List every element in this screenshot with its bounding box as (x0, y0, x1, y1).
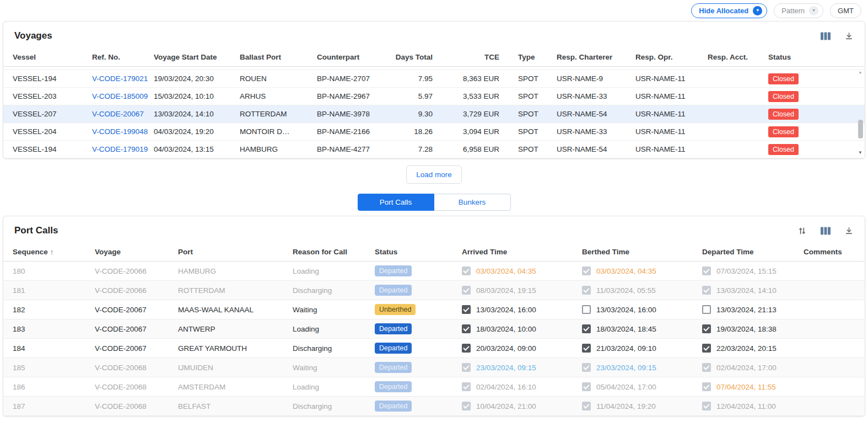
departed-checkbox[interactable] (702, 382, 711, 391)
col-status[interactable]: Status (369, 243, 456, 262)
vertical-scrollbar[interactable]: ▲ ▼ (857, 69, 864, 156)
departed-checkbox[interactable] (702, 286, 711, 295)
berthed-checkbox[interactable] (582, 344, 591, 353)
col-voyage[interactable]: Voyage (89, 243, 172, 262)
cell-arrived: 23/03/2024, 09:15 (456, 358, 576, 377)
scrollbar-thumb[interactable] (858, 120, 863, 138)
col-tce[interactable]: TCE (438, 48, 513, 67)
port-call-row[interactable]: 184 V-CODE-20067 GREAT YARMOUTH Discharg… (3, 339, 865, 358)
col-arrived-time[interactable]: Arrived Time (456, 243, 576, 262)
voyages-panel: Voyages Vessel Ref. No. Voyage Start Dat… (3, 21, 865, 159)
pattern-button[interactable]: Pattern ▾ (774, 3, 823, 18)
sort-icon[interactable] (797, 226, 807, 236)
voyage-row[interactable]: VESSEL-204 V-CODE-199048 04/03/2024, 19:… (3, 123, 865, 141)
port-call-row[interactable]: 181 V-CODE-20066 ROTTERDAM Discharging D… (3, 281, 865, 300)
port-call-row[interactable]: 187 V-CODE-20068 BELFAST Discharging Dep… (3, 397, 865, 416)
tab-port-calls[interactable]: Port Calls (358, 194, 434, 211)
berthed-checkbox[interactable] (582, 266, 591, 275)
arrived-checkbox[interactable] (462, 344, 471, 353)
sort-asc-icon[interactable]: ↑ (50, 248, 54, 256)
voyage-row[interactable]: VESSEL-194 V-CODE-179021 19/03/2024, 20:… (3, 70, 865, 88)
berthed-checkbox[interactable] (582, 324, 591, 333)
cell-status: Unberthed (369, 300, 456, 319)
arrived-time: 20/03/2024, 09:00 (476, 344, 536, 353)
cell-vessel: VESSEL-203 (3, 88, 87, 105)
departed-checkbox[interactable] (702, 363, 711, 372)
berthed-checkbox[interactable] (582, 402, 591, 410)
col-resp-opr[interactable]: Resp. Opr. (630, 48, 702, 67)
voyage-ref-link[interactable]: V-CODE-179019 (92, 145, 148, 153)
voyage-row-selected[interactable]: VESSEL-207 V-CODE-20067 13/03/2024, 14:1… (3, 105, 865, 123)
berthed-checkbox[interactable] (582, 363, 591, 372)
departed-checkbox[interactable] (702, 305, 711, 314)
col-voyage-start-date[interactable]: Voyage Start Date (148, 48, 234, 67)
col-vessel[interactable]: Vessel (3, 48, 87, 67)
cell-resp-opr: USR-NAME-11 (630, 88, 702, 105)
cell-ref: V-CODE-20067 (87, 105, 148, 123)
voyage-ref-link[interactable]: V-CODE-185009 (92, 92, 148, 100)
voyage-row[interactable]: VESSEL-194 V-CODE-179019 04/03/2024, 13:… (3, 141, 865, 158)
col-type[interactable]: Type (513, 48, 551, 67)
col-counterpart[interactable]: Counterpart (311, 48, 386, 67)
columns-icon[interactable] (820, 31, 831, 41)
berthed-time: 18/03/2024, 18:45 (596, 325, 656, 333)
departed-checkbox[interactable] (702, 324, 711, 333)
cell-port: BELFAST (172, 397, 287, 416)
hide-allocated-button[interactable]: Hide Allocated ▾ (691, 3, 767, 18)
port-call-row[interactable]: 180 V-CODE-20066 HAMBURG Loading Departe… (3, 262, 865, 281)
col-ref-no[interactable]: Ref. No. (87, 48, 148, 67)
tab-bunkers[interactable]: Bunkers (434, 194, 511, 211)
voyage-ref-link[interactable]: V-CODE-20067 (92, 110, 144, 118)
berthed-time: 05/04/2024, 17:00 (596, 383, 656, 391)
load-more-button[interactable]: Load more (406, 166, 462, 184)
cell-days-total: 9.30 (386, 105, 438, 123)
port-call-row[interactable]: 183 V-CODE-20067 ANTWERP Loading Departe… (3, 319, 865, 339)
col-status[interactable]: Status (763, 48, 865, 67)
col-days-total[interactable]: Days Total (386, 48, 438, 67)
berthed-checkbox[interactable] (582, 305, 591, 314)
arrived-checkbox[interactable] (462, 286, 471, 295)
arrived-checkbox[interactable] (462, 382, 471, 391)
col-resp-acct[interactable]: Resp. Acct. (702, 48, 763, 67)
voyage-row[interactable]: VESSEL-203 V-CODE-185009 15/03/2024, 10:… (3, 88, 865, 105)
download-icon[interactable] (844, 31, 854, 41)
scroll-up-icon[interactable]: ▲ (857, 70, 864, 74)
cell-ballast-port: ROUEN (234, 70, 311, 88)
col-ballast-port[interactable]: Ballast Port (234, 48, 311, 67)
arrived-checkbox[interactable] (462, 363, 471, 372)
berthed-checkbox[interactable] (582, 382, 591, 391)
port-call-row[interactable]: 182 V-CODE-20067 MAAS-WAAL KANAAL Waitin… (3, 300, 865, 319)
port-call-row[interactable]: 186 V-CODE-20068 AMSTERDAM Loading Depar… (3, 377, 865, 397)
departed-checkbox[interactable] (702, 402, 711, 410)
columns-icon[interactable] (820, 226, 831, 236)
voyage-ref-link[interactable]: V-CODE-199048 (92, 127, 148, 136)
chevron-down-icon: ▾ (809, 6, 818, 15)
col-reason-for-call[interactable]: Reason for Call (287, 243, 369, 262)
departed-checkbox[interactable] (702, 266, 711, 275)
arrived-checkbox[interactable] (462, 266, 471, 275)
port-calls-table: Sequence↑ Voyage Port Reason for Call St… (3, 243, 865, 416)
arrived-checkbox[interactable] (462, 402, 471, 410)
port-call-row[interactable]: 185 V-CODE-20068 IJMUIDEN Waiting Depart… (3, 358, 865, 377)
arrived-checkbox[interactable] (462, 305, 471, 314)
gmt-button[interactable]: GMT (830, 3, 861, 18)
cell-resp-opr: USR-NAME-11 (630, 70, 702, 88)
cell-arrived: 10/04/2024, 21:00 (456, 397, 576, 416)
col-port[interactable]: Port (172, 243, 287, 262)
col-resp-charterer[interactable]: Resp. Charterer (551, 48, 630, 67)
col-sequence[interactable]: Sequence↑ (3, 243, 89, 262)
col-departed-time[interactable]: Departed Time (697, 243, 798, 262)
scroll-down-icon[interactable]: ▼ (857, 151, 864, 155)
arrived-checkbox[interactable] (462, 324, 471, 333)
col-berthed-time[interactable]: Berthed Time (576, 243, 697, 262)
voyage-ref-link[interactable]: V-CODE-179021 (92, 74, 148, 83)
col-comments[interactable]: Comments (798, 243, 865, 262)
departed-checkbox[interactable] (702, 344, 711, 353)
departed-time: 02/04/2024, 17:00 (716, 364, 777, 372)
download-icon[interactable] (844, 226, 854, 236)
berthed-checkbox[interactable] (582, 286, 591, 295)
cell-status: Closed (763, 141, 865, 158)
cell-tce: 6,958 EUR (438, 141, 513, 158)
cell-counterpart: BP-NAME-3978 (311, 105, 386, 123)
cell-port: AMSTERDAM (172, 377, 287, 397)
